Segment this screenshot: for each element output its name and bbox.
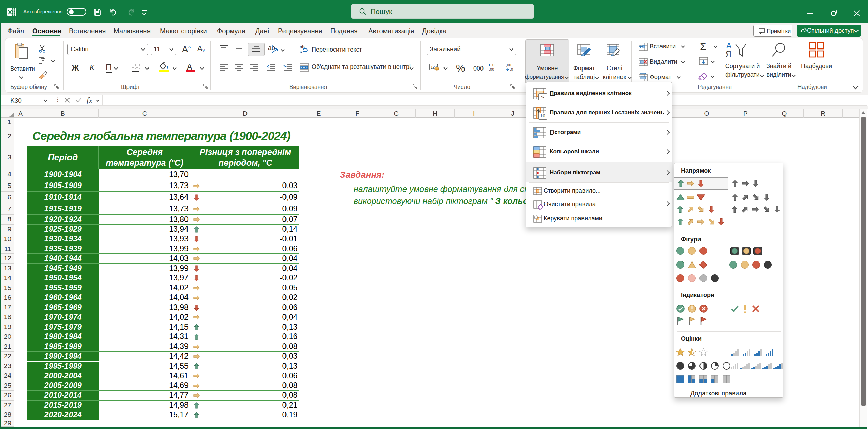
svg-text:c: c	[300, 49, 302, 54]
svg-text:,0: ,0	[510, 67, 513, 71]
svg-text:0: 0	[492, 63, 494, 67]
svg-text:,00: ,00	[489, 67, 494, 71]
svg-text:,00: ,00	[506, 63, 511, 67]
